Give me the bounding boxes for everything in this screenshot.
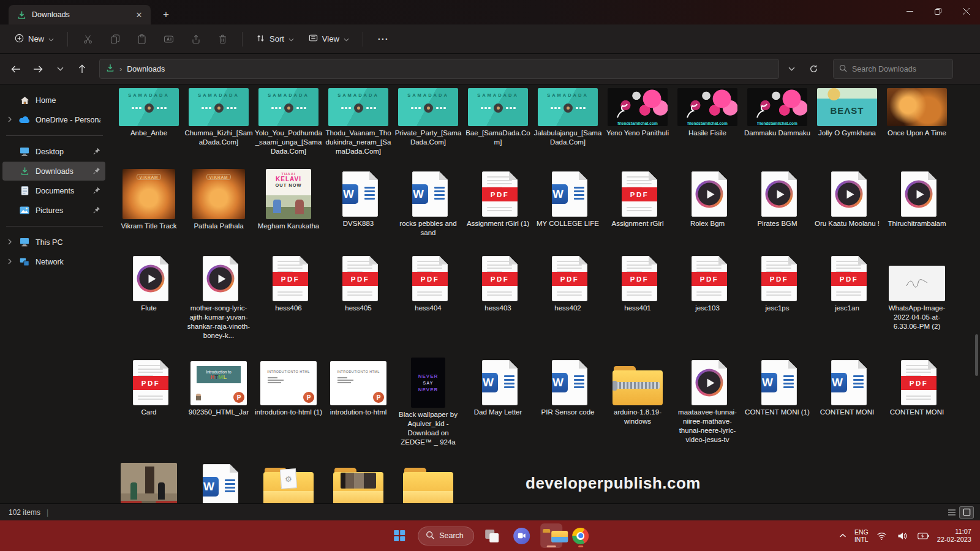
- file-explorer-button[interactable]: [540, 523, 562, 548]
- address-dropdown-button[interactable]: [782, 59, 801, 79]
- file-tile[interactable]: THAAIKELAVIOUT NOWMegham Karukatha: [254, 165, 323, 250]
- file-tile[interactable]: SAMADADABae_[SamaDada.Com]: [463, 86, 533, 165]
- file-tile[interactable]: WPIR Sensor code: [533, 354, 603, 458]
- forward-button[interactable]: [28, 59, 48, 79]
- sidebar-item-home[interactable]: Home: [2, 91, 105, 110]
- file-tile[interactable]: PDFAssignment rGirl: [603, 165, 673, 250]
- search-input[interactable]: [852, 65, 944, 73]
- sidebar-item-desktop[interactable]: Desktop: [2, 142, 105, 161]
- details-view-button[interactable]: [944, 506, 959, 519]
- sort-button[interactable]: Sort: [250, 29, 300, 50]
- file-tile[interactable]: [323, 458, 393, 503]
- tab-close-button[interactable]: ✕: [132, 8, 146, 21]
- expand-chevron-icon[interactable]: [6, 116, 13, 124]
- new-button[interactable]: New: [9, 29, 60, 50]
- more-button[interactable]: ···: [371, 29, 396, 49]
- back-button[interactable]: [6, 59, 26, 79]
- start-button[interactable]: [388, 523, 410, 548]
- chat-button[interactable]: [511, 523, 533, 548]
- sidebar-item-documents[interactable]: Documents: [2, 181, 105, 200]
- vertical-scrollbar[interactable]: [975, 84, 978, 503]
- tray-chevron-up-icon[interactable]: [837, 531, 849, 541]
- expand-chevron-icon[interactable]: [6, 238, 13, 247]
- file-tile[interactable]: Flute: [114, 250, 184, 354]
- file-tile[interactable]: friendstamilchat.comDammaku Dammaku: [742, 86, 812, 165]
- file-tile[interactable]: Thiruchitrambalam: [882, 165, 952, 250]
- file-tile[interactable]: PDFhess402: [533, 250, 603, 354]
- sidebar-item-network[interactable]: Network: [2, 252, 105, 271]
- address-bar[interactable]: › Downloads: [99, 59, 779, 79]
- volume-icon[interactable]: [895, 530, 910, 542]
- file-tile[interactable]: friendstamilchat.comYeno Yeno Panithuli: [603, 86, 673, 165]
- file-tile[interactable]: PDFjesc1ps: [742, 250, 812, 354]
- file-tile[interactable]: Wrocks pebbles and sand: [393, 165, 463, 250]
- file-tile[interactable]: PDFCard: [114, 354, 184, 458]
- file-tile[interactable]: WMY COLLEGE LIFE: [533, 165, 603, 250]
- file-tile[interactable]: ⚙: [254, 458, 323, 503]
- file-tile[interactable]: W: [184, 458, 254, 503]
- file-tile[interactable]: SAMADADAJalabulajangu_[SamaDada.Com]: [533, 86, 603, 165]
- file-tile[interactable]: INTRODUTIONTO HTMLPintrodution-to-html: [323, 354, 393, 458]
- file-tile[interactable]: SAMADADAThodu_Vaanam_Thodukindra_neram_[…: [323, 86, 393, 165]
- file-tile[interactable]: PDFjesc103: [673, 250, 742, 354]
- up-button[interactable]: [72, 59, 92, 79]
- file-tile[interactable]: VIKRAMPathala Pathala: [184, 165, 254, 250]
- paste-button[interactable]: [130, 29, 154, 49]
- language-indicator[interactable]: ENG INTL: [854, 528, 869, 543]
- delete-button[interactable]: [211, 29, 235, 49]
- clock[interactable]: 11:07 22-02-2023: [937, 528, 975, 544]
- file-tile[interactable]: Rolex Bgm: [673, 165, 742, 250]
- file-tile[interactable]: PDFAssignment rGirl (1): [463, 165, 533, 250]
- file-tile[interactable]: maataavee-tunnai-niiree-mathave-thunai-n…: [673, 354, 742, 458]
- file-tile[interactable]: WhatsApp-Image-2022-04-05-at-6.33.06-PM …: [882, 250, 952, 354]
- file-tile[interactable]: Oru Kaatu Moolanu !: [812, 165, 882, 250]
- file-tile[interactable]: arduino-1.8.19-windows: [603, 354, 673, 458]
- file-tile[interactable]: WCONTENT MONI: [812, 354, 882, 458]
- file-tile[interactable]: INTRODUTIONTO HTMLPintrodution-to-html (…: [254, 354, 323, 458]
- rename-button[interactable]: [156, 29, 181, 49]
- file-tile[interactable]: VIKRAMVikram Title Track: [114, 165, 184, 250]
- file-tile[interactable]: SAMADADAChumma_Kizhi_[SamaDada.Com]: [184, 86, 254, 165]
- file-tile[interactable]: PDFhess405: [323, 250, 393, 354]
- large-icons-view-button[interactable]: [959, 506, 974, 519]
- file-tile[interactable]: PDFhess404: [393, 250, 463, 354]
- minimize-button[interactable]: [895, 0, 924, 22]
- share-button[interactable]: [184, 29, 208, 49]
- taskbar-search-button[interactable]: Search: [418, 527, 474, 545]
- file-tile[interactable]: SAMADADAPrivate_Party_[SamaDada.Com]: [393, 86, 463, 165]
- chrome-button[interactable]: [570, 523, 592, 548]
- file-tile[interactable]: WDad May Letter: [463, 354, 533, 458]
- recent-locations-button[interactable]: [50, 59, 70, 79]
- breadcrumb-downloads[interactable]: Downloads: [127, 65, 165, 73]
- sidebar-item-downloads[interactable]: Downloads: [2, 162, 105, 181]
- file-tile[interactable]: PDFCONTENT MONI: [882, 354, 952, 458]
- file-tile[interactable]: Introduction toHTMLP902350_HTML_Jar: [184, 354, 254, 458]
- task-view-button[interactable]: [481, 523, 503, 548]
- file-tile[interactable]: SAMADADAAnbe_Anbe: [114, 86, 184, 165]
- file-tile[interactable]: PDFjesc1an: [812, 250, 882, 354]
- file-tile[interactable]: [393, 458, 463, 503]
- file-tile[interactable]: BEΛSTJolly O Gymkhana: [812, 86, 882, 165]
- file-tile[interactable]: friendstamilchat.comHasile Fisile: [673, 86, 742, 165]
- new-tab-button[interactable]: +: [157, 6, 175, 23]
- file-tile[interactable]: NEVERSAYNEVERBlack wallpaper by Aquiver_…: [393, 354, 463, 458]
- file-tile[interactable]: WCONTENT MONI (1): [742, 354, 812, 458]
- tab-downloads[interactable]: Downloads ✕: [9, 5, 151, 24]
- refresh-button[interactable]: [804, 59, 823, 79]
- wifi-icon[interactable]: [874, 530, 889, 542]
- close-button[interactable]: [952, 0, 980, 22]
- view-button[interactable]: View: [303, 29, 355, 50]
- search-box[interactable]: [833, 59, 953, 79]
- sidebar-item-this-pc[interactable]: This PC: [2, 233, 105, 252]
- scrollbar-thumb[interactable]: [975, 334, 978, 376]
- file-tile[interactable]: SAMADADAYolo_You_Podhumda_saami_unga_[Sa…: [254, 86, 323, 165]
- expand-chevron-icon[interactable]: [6, 258, 13, 266]
- sidebar-item-pictures[interactable]: Pictures: [2, 201, 105, 220]
- copy-button[interactable]: [103, 29, 127, 49]
- file-tile[interactable]: PDFhess406: [254, 250, 323, 354]
- file-tile[interactable]: WDVSK883: [323, 165, 393, 250]
- cut-button[interactable]: [75, 29, 100, 49]
- file-tile[interactable]: PDFhess403: [463, 250, 533, 354]
- maximize-button[interactable]: [924, 0, 952, 22]
- battery-icon[interactable]: [915, 530, 932, 542]
